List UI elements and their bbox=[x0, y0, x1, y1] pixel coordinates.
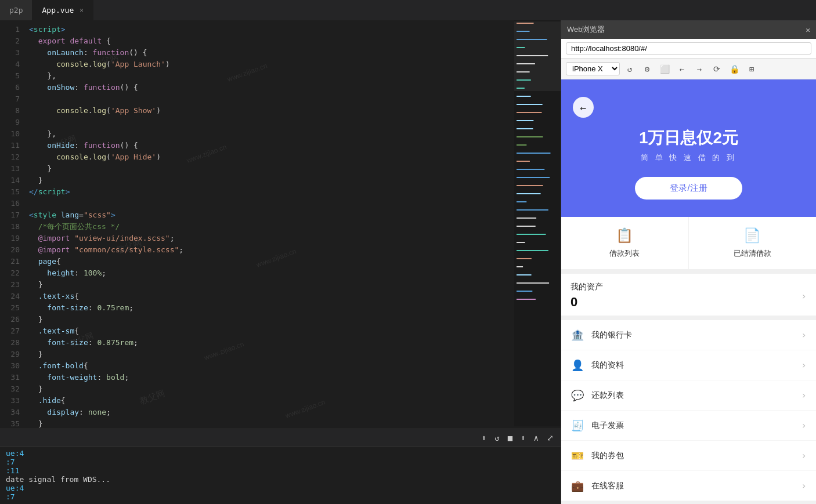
assets-row: 我的资产 0 › bbox=[571, 282, 807, 310]
status-link-7-2[interactable]: :7 bbox=[6, 492, 15, 501]
list-item-coupon[interactable]: 🎫 我的券包 › bbox=[561, 441, 816, 471]
back-browser-button[interactable]: ← bbox=[674, 61, 689, 77]
profile-icon: 👤 bbox=[571, 359, 584, 371]
tab-app-vue-label: App.vue bbox=[42, 6, 74, 14]
cleared-loan-icon: 📄 bbox=[743, 227, 761, 244]
login-register-button[interactable]: 登录/注册 bbox=[635, 177, 742, 200]
bank-card-icon: 🏦 bbox=[571, 329, 584, 341]
url-input[interactable] bbox=[566, 42, 811, 55]
refresh-icon[interactable]: ↺ bbox=[493, 432, 500, 444]
repayment-label: 还款列表 bbox=[591, 390, 794, 401]
export-icon[interactable]: ⬆ bbox=[519, 432, 526, 444]
tab-bar: p2p App.vue ✕ bbox=[0, 0, 816, 20]
banner-title: 1万日息仅2元 bbox=[573, 127, 804, 149]
lock-button[interactable]: 🔒 bbox=[727, 61, 742, 77]
code-content[interactable]: 教父网 www.zijiao.cn 教父网 www.zijiao.cn 教父网 … bbox=[23, 20, 514, 429]
coupon-label: 我的券包 bbox=[591, 451, 794, 461]
browser-toolbar: iPhone X iPhone 12 iPad Custom ↺ ⚙ ⬜ ← →… bbox=[561, 59, 816, 79]
main-area: 1234567891011121314151617181920212223242… bbox=[0, 20, 816, 504]
loan-list-label: 借款列表 bbox=[609, 248, 640, 259]
status-link-ue4-2[interactable]: ue:4 bbox=[6, 484, 24, 492]
minimap bbox=[514, 20, 561, 429]
stop-icon[interactable]: ■ bbox=[507, 432, 514, 444]
menu-item-cleared-loan[interactable]: 📄 已结清借款 bbox=[689, 217, 817, 269]
app-assets[interactable]: 我的资产 0 › bbox=[561, 274, 816, 316]
loan-list-icon: 📋 bbox=[616, 227, 633, 244]
grid-button[interactable]: ⊞ bbox=[744, 61, 759, 77]
bottom-panel: ⬆ ↺ ■ ⬆ ∧ ⤢ ue:4 :7 :11 date signal from… bbox=[0, 429, 561, 504]
list-item-my-profile[interactable]: 👤 我的资料 › bbox=[561, 350, 816, 380]
bottom-content: ue:4 :7 :11 date signal from WDS... ue:4… bbox=[0, 447, 561, 504]
coupon-icon: 🎫 bbox=[571, 449, 584, 462]
browser-panel: Web浏览器 ✕ iPhone X iPhone 12 iPad Custom … bbox=[561, 20, 816, 504]
browser-addressbar bbox=[561, 39, 816, 59]
device-select[interactable]: iPhone X iPhone 12 iPad Custom bbox=[566, 62, 620, 75]
line-numbers: 1234567891011121314151617181920212223242… bbox=[0, 20, 23, 429]
coupon-arrow-icon: › bbox=[801, 450, 807, 461]
profile-label: 我的资料 bbox=[591, 360, 794, 371]
tab-p2p-label: p2p bbox=[9, 6, 23, 14]
browser-close-button[interactable]: ✕ bbox=[806, 26, 810, 34]
settings-browser-button[interactable]: ⚙ bbox=[640, 61, 655, 77]
service-arrow-icon: › bbox=[801, 480, 807, 491]
bank-card-label: 我的银行卡 bbox=[591, 330, 794, 340]
back-arrow-icon: ← bbox=[580, 101, 587, 114]
collapse-icon[interactable]: ∧ bbox=[533, 432, 540, 444]
repayment-icon: 💬 bbox=[571, 389, 584, 401]
phone-preview: ← 1万日息仅2元 简 单 快 速 借 的 到 登录/注册 📋 借款列表 📄 已… bbox=[561, 79, 816, 504]
code-container: 1234567891011121314151617181920212223242… bbox=[0, 20, 561, 429]
app-menu-grid: 📋 借款列表 📄 已结清借款 bbox=[561, 217, 816, 274]
assets-info: 我的资产 0 bbox=[571, 282, 603, 310]
status-message: date signal from WDS... bbox=[6, 475, 555, 484]
minimap-highlight bbox=[514, 21, 561, 91]
status-link-7[interactable]: :7 bbox=[6, 458, 15, 466]
app-banner: ← 1万日息仅2元 简 单 快 速 借 的 到 登录/注册 bbox=[561, 79, 816, 217]
invoice-icon: 🧾 bbox=[571, 419, 584, 432]
browser-title: Web浏览器 bbox=[567, 24, 801, 35]
assets-value: 0 bbox=[571, 295, 603, 310]
tab-p2p[interactable]: p2p bbox=[0, 0, 33, 20]
status-line-4: ue:4 bbox=[6, 484, 555, 492]
expand-icon[interactable]: ⤢ bbox=[546, 432, 555, 444]
status-link-11[interactable]: :11 bbox=[6, 466, 19, 475]
status-line-2: :7 bbox=[6, 458, 555, 466]
profile-arrow-icon: › bbox=[801, 360, 807, 371]
invoice-arrow-icon: › bbox=[801, 420, 807, 431]
menu-item-loan-list[interactable]: 📋 借款列表 bbox=[561, 217, 689, 269]
close-icon[interactable]: ✕ bbox=[80, 6, 84, 14]
upload-icon[interactable]: ⬆ bbox=[481, 432, 488, 444]
bank-card-arrow-icon: › bbox=[801, 329, 807, 340]
assets-label: 我的资产 bbox=[571, 282, 603, 292]
cleared-loan-label: 已结清借款 bbox=[734, 248, 771, 259]
forward-browser-button[interactable]: → bbox=[692, 61, 707, 77]
status-line-3: :11 bbox=[6, 466, 555, 475]
tab-app-vue[interactable]: App.vue ✕ bbox=[33, 0, 93, 20]
assets-arrow-icon: › bbox=[801, 291, 807, 302]
list-item-invoice[interactable]: 🧾 电子发票 › bbox=[561, 411, 816, 441]
list-item-service[interactable]: 💼 在线客服 › bbox=[561, 471, 816, 501]
status-line-1: ue:4 bbox=[6, 449, 555, 458]
bottom-toolbar: ⬆ ↺ ■ ⬆ ∧ ⤢ bbox=[0, 429, 561, 447]
fullscreen-button[interactable]: ⬜ bbox=[657, 61, 672, 77]
refresh-browser-button[interactable]: ↺ bbox=[622, 61, 637, 77]
reload-browser-button[interactable]: ⟳ bbox=[709, 61, 724, 77]
back-button[interactable]: ← bbox=[573, 97, 594, 118]
service-icon: 💼 bbox=[571, 480, 584, 492]
service-label: 在线客服 bbox=[591, 481, 794, 491]
invoice-label: 电子发票 bbox=[591, 420, 794, 431]
app-list: 🏦 我的银行卡 › 👤 我的资料 › 💬 还款列表 › 🧾 电子发票 bbox=[561, 320, 816, 501]
browser-titlebar: Web浏览器 ✕ bbox=[561, 20, 816, 39]
editor-area: 1234567891011121314151617181920212223242… bbox=[0, 20, 561, 504]
list-item-bank-card[interactable]: 🏦 我的银行卡 › bbox=[561, 320, 816, 350]
status-link-ue4[interactable]: ue:4 bbox=[6, 449, 24, 458]
repayment-arrow-icon: › bbox=[801, 390, 807, 401]
status-line-5: :7 bbox=[6, 492, 555, 501]
list-item-repayment[interactable]: 💬 还款列表 › bbox=[561, 380, 816, 411]
banner-subtitle: 简 单 快 速 借 的 到 bbox=[573, 153, 804, 163]
